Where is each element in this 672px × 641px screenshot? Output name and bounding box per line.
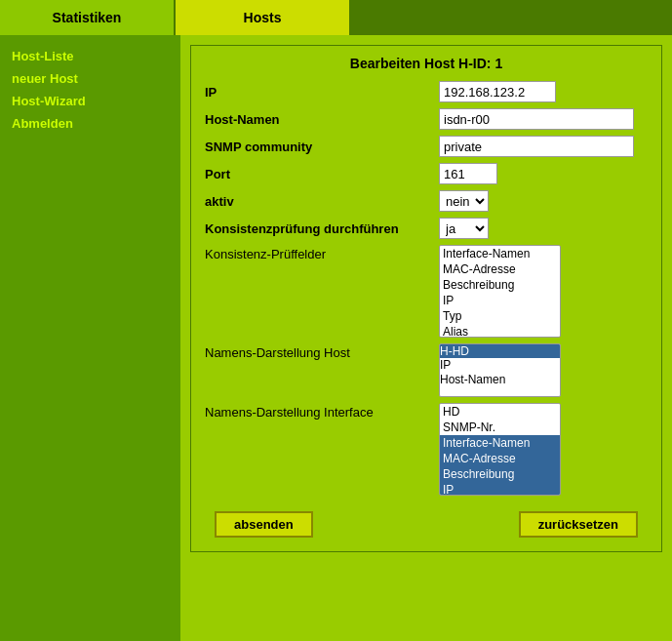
- sidebar: Host-Liste neuer Host Host-Wizard Abmeld…: [0, 35, 180, 641]
- reset-button[interactable]: zurücksetzen: [519, 511, 638, 538]
- aktiv-label: aktiv: [205, 194, 439, 209]
- sidebar-item-host-wizard[interactable]: Host-Wizard: [8, 92, 173, 110]
- namens-interface-row: Namens-Darstellung Interface HD SNMP-Nr.…: [205, 403, 648, 496]
- content-area: Bearbeiten Host H-ID: 1 IP Host-Namen SN…: [180, 35, 672, 641]
- prueffelder-label: Konsistenz-Prüffelder: [205, 245, 439, 261]
- hostname-input[interactable]: [439, 108, 634, 130]
- main-layout: Host-Liste neuer Host Host-Wizard Abmeld…: [0, 35, 672, 641]
- prueffelder-row: Konsistenz-Prüffelder Interface-Namen MA…: [205, 245, 648, 338]
- tab-statistiken[interactable]: Statistiken: [0, 0, 176, 35]
- submit-button[interactable]: absenden: [215, 511, 313, 538]
- buttons-row: absenden zurücksetzen: [205, 511, 648, 538]
- ip-row: IP: [205, 81, 648, 102]
- namens-host-label: Namens-Darstellung Host: [205, 343, 439, 360]
- namens-interface-container: HD SNMP-Nr. Interface-Namen MAC-Adresse …: [439, 403, 566, 496]
- ip-input[interactable]: [439, 81, 556, 102]
- hostname-label: Host-Namen: [205, 112, 439, 127]
- prueffelder-listbox[interactable]: Interface-Namen MAC-Adresse Beschreibung…: [439, 245, 561, 338]
- snmp-label: SNMP community: [205, 140, 439, 154]
- hostname-row: Host-Namen: [205, 108, 648, 130]
- namens-interface-listbox[interactable]: HD SNMP-Nr. Interface-Namen MAC-Adresse …: [439, 403, 561, 496]
- sidebar-item-host-liste[interactable]: Host-Liste: [8, 47, 173, 65]
- konsistenz-label: Konsistenzprüfung durchführen: [205, 221, 439, 236]
- konsistenz-select[interactable]: ja nein: [439, 218, 489, 239]
- tabs-bar: Statistiken Hosts: [0, 0, 672, 35]
- port-label: Port: [205, 167, 439, 181]
- port-row: Port: [205, 163, 648, 184]
- namens-host-container: H-HD IP Host-Namen: [439, 343, 566, 397]
- prueffelder-container: Interface-Namen MAC-Adresse Beschreibung…: [439, 245, 566, 338]
- tab-hosts[interactable]: Hosts: [176, 0, 351, 35]
- namens-host-listbox[interactable]: H-HD IP Host-Namen: [439, 343, 561, 397]
- form-panel: Bearbeiten Host H-ID: 1 IP Host-Namen SN…: [190, 45, 662, 552]
- ip-label: IP: [205, 85, 439, 100]
- aktiv-row: aktiv nein ja: [205, 190, 648, 212]
- namens-interface-label: Namens-Darstellung Interface: [205, 403, 439, 420]
- sidebar-item-abmelden[interactable]: Abmelden: [8, 114, 173, 133]
- sidebar-item-neuer-host[interactable]: neuer Host: [8, 69, 173, 88]
- snmp-input[interactable]: [439, 136, 634, 157]
- konsistenz-row: Konsistenzprüfung durchführen ja nein: [205, 218, 648, 239]
- form-title: Bearbeiten Host H-ID: 1: [205, 56, 648, 71]
- snmp-row: SNMP community: [205, 136, 648, 157]
- aktiv-select[interactable]: nein ja: [439, 190, 489, 212]
- port-input[interactable]: [439, 163, 497, 184]
- namens-host-row: Namens-Darstellung Host H-HD IP Host-Nam…: [205, 343, 648, 397]
